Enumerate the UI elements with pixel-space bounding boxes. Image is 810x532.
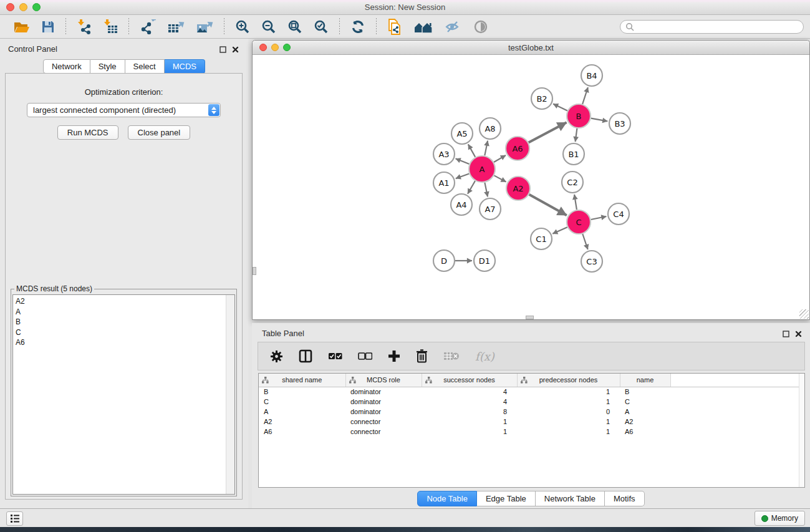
column-header-successor-nodes[interactable]: successor nodes [422, 374, 517, 387]
graph-node-C3[interactable]: C3 [581, 251, 602, 272]
graph-edge-C-C3[interactable] [582, 234, 587, 249]
cell-name[interactable]: C [620, 397, 670, 407]
graph-edge-A-A1[interactable] [456, 174, 470, 179]
graph-node-C[interactable]: C [567, 210, 591, 234]
create-column-button[interactable] [388, 350, 400, 362]
zoom-selected-button[interactable] [311, 18, 332, 36]
cell-predecessor-nodes[interactable]: 0 [517, 407, 620, 417]
cell-MCDS-role[interactable]: dominator [345, 387, 422, 397]
graph-node-B4[interactable]: B4 [581, 65, 602, 86]
cell-predecessor-nodes[interactable]: 1 [517, 387, 620, 397]
close-panel-icon-button[interactable] [232, 45, 241, 54]
table-row[interactable]: Bdominator41B [259, 387, 804, 397]
cell-name[interactable]: A [620, 407, 670, 417]
tab-network-table[interactable]: Network Table [536, 491, 605, 506]
graph-node-A7[interactable]: A7 [480, 198, 501, 220]
cell-MCDS-role[interactable]: dominator [345, 407, 422, 417]
cell-name[interactable]: A2 [620, 417, 670, 427]
graph-node-A3[interactable]: A3 [433, 143, 455, 165]
graph-edge-B-B4[interactable] [582, 87, 588, 104]
select-all-columns-button[interactable] [328, 352, 342, 360]
column-header-predecessor-nodes[interactable]: predecessor nodes [517, 374, 620, 387]
graph-node-A1[interactable]: A1 [433, 172, 455, 193]
cell-successor-nodes[interactable]: 1 [422, 417, 517, 427]
table-scrollbar[interactable] [799, 374, 804, 487]
graph-node-B3[interactable]: B3 [609, 113, 630, 134]
cell-successor-nodes[interactable]: 4 [422, 387, 517, 397]
graph-edge-A-A8[interactable] [485, 141, 488, 156]
float-panel-button[interactable] [219, 45, 228, 54]
zoom-in-button[interactable] [232, 18, 253, 36]
graph-edge-B-B1[interactable] [576, 128, 577, 142]
graph-node-A8[interactable]: A8 [480, 118, 501, 139]
zoom-fit-button[interactable] [284, 18, 306, 36]
graph-node-C4[interactable]: C4 [608, 203, 629, 225]
show-columns-button[interactable] [299, 349, 312, 363]
column-header-MCDS-role[interactable]: MCDS role [345, 374, 422, 387]
graph-node-A6[interactable]: A6 [506, 137, 529, 160]
delete-table-button[interactable] [443, 351, 460, 362]
graph-edge-A-A6[interactable] [494, 155, 506, 162]
open-session-button[interactable] [10, 19, 33, 35]
graph-edge-C-C1[interactable] [552, 227, 567, 234]
mcds-result-item[interactable]: B [16, 317, 223, 327]
cell-MCDS-role[interactable]: connector [345, 427, 422, 437]
cell-MCDS-role[interactable]: connector [345, 417, 422, 427]
graph-node-A4[interactable]: A4 [451, 194, 472, 215]
tab-style[interactable]: Style [90, 59, 125, 74]
graph-node-A[interactable]: A [469, 156, 495, 182]
graph-node-D[interactable]: D [433, 250, 455, 271]
column-header-shared-name[interactable]: shared name [259, 374, 345, 387]
mcds-result-item[interactable]: C [16, 327, 223, 338]
graph-edge-A2-C[interactable] [529, 195, 567, 216]
close-panel-button[interactable]: Close panel [128, 125, 191, 140]
graph-edge-A-A4[interactable] [468, 181, 475, 194]
cell-shared-name[interactable]: B [259, 387, 345, 397]
memory-button[interactable]: Memory [755, 511, 805, 526]
task-history-button[interactable] [6, 511, 23, 526]
table-row[interactable]: Adominator80A [259, 407, 804, 417]
export-network-button[interactable] [137, 18, 159, 36]
column-header-name[interactable]: name [620, 374, 670, 387]
duplicate-network-button[interactable] [384, 17, 405, 36]
function-builder-button[interactable]: f(x) [475, 350, 494, 363]
cell-shared-name[interactable]: A6 [259, 427, 345, 437]
zoom-out-button[interactable] [258, 18, 279, 36]
cell-name[interactable]: B [620, 387, 670, 397]
cell-shared-name[interactable]: A2 [259, 417, 345, 427]
show-eye-button[interactable] [470, 18, 491, 36]
import-table-button[interactable] [100, 18, 121, 36]
cell-successor-nodes[interactable]: 1 [422, 427, 517, 437]
graph-node-B[interactable]: B [567, 104, 591, 128]
graph-node-B1[interactable]: B1 [563, 143, 584, 165]
run-mcds-button[interactable]: Run MCDS [57, 125, 118, 140]
graph-edge-A-A7[interactable] [485, 183, 488, 197]
cell-successor-nodes[interactable]: 8 [422, 407, 517, 417]
unselect-all-columns-button[interactable] [358, 352, 372, 360]
network-canvas[interactable]: B4B2BB3A5A8A6A3AA1B1C2A2A4A7C4CC1C3DD1 [253, 55, 809, 319]
table-row[interactable]: A6connector11A6 [259, 427, 804, 437]
cell-predecessor-nodes[interactable]: 1 [517, 417, 620, 427]
tab-select[interactable]: Select [125, 59, 165, 74]
hide-panels-button[interactable] [441, 19, 465, 35]
table-settings-button[interactable] [270, 350, 283, 363]
table-row[interactable]: Cdominator41C [259, 397, 804, 407]
graph-node-C1[interactable]: C1 [531, 228, 552, 249]
graph-edge-A6-B[interactable] [529, 122, 567, 142]
graph-edge-C-C4[interactable] [591, 216, 607, 220]
refresh-button[interactable] [347, 18, 369, 36]
tab-node-table[interactable]: Node Table [417, 491, 477, 506]
graph-edge-A-A2[interactable] [494, 175, 506, 181]
optimization-criterion-select[interactable]: largest connected component (directed) [27, 103, 221, 117]
tab-network[interactable]: Network [43, 59, 90, 74]
search-input[interactable] [634, 21, 803, 32]
graph-node-C2[interactable]: C2 [562, 172, 583, 193]
vertical-scroll-thumb[interactable] [253, 267, 256, 275]
cell-predecessor-nodes[interactable]: 1 [517, 397, 620, 407]
resize-grip[interactable] [799, 309, 809, 319]
result-scrollbar[interactable] [226, 295, 234, 494]
graph-node-A2[interactable]: A2 [506, 177, 530, 200]
cell-shared-name[interactable]: A [259, 407, 345, 417]
graph-edge-C-C2[interactable] [574, 195, 577, 210]
delete-column-button[interactable] [416, 349, 428, 363]
